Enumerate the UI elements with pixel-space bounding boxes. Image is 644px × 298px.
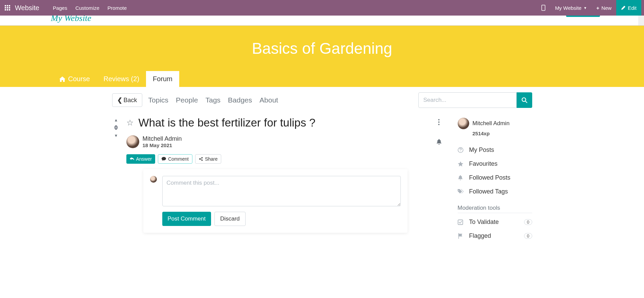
comment-input-wrap: Post Comment Discard xyxy=(162,176,401,226)
nav-about[interactable]: About xyxy=(259,96,278,104)
vote-up-icon[interactable]: ▲ xyxy=(114,118,118,122)
bell-icon xyxy=(458,175,464,181)
svg-point-19 xyxy=(438,124,440,125)
sidebar-item-label: To Validate xyxy=(469,219,499,226)
vote-down-icon[interactable]: ▼ xyxy=(114,133,118,138)
header-cta-stub xyxy=(566,16,600,17)
author-meta: Mitchell Admin 18 May 2021 xyxy=(143,135,182,148)
sidebar-item-label: My Posts xyxy=(469,146,494,154)
banner-title: Basics of Gardening xyxy=(0,39,644,58)
sidebar-favourites[interactable]: Favourites xyxy=(458,157,532,171)
top-right: My Website ▼ + New Edit xyxy=(537,0,641,16)
main-container: ❮ Back Topics People Tags Badges About ▲… xyxy=(105,87,539,248)
svg-point-18 xyxy=(438,121,440,123)
menu-promote[interactable]: Promote xyxy=(107,5,127,11)
sidebar-to-validate[interactable]: To Validate 0 xyxy=(458,215,532,229)
svg-line-11 xyxy=(525,101,527,103)
menu-pages[interactable]: Pages xyxy=(53,5,67,11)
tags-icon xyxy=(458,189,464,194)
svg-line-16 xyxy=(200,159,202,160)
share-button[interactable]: Share xyxy=(195,154,221,164)
post-comment-button[interactable]: Post Comment xyxy=(162,212,211,226)
sidebar-my-posts[interactable]: My Posts xyxy=(458,143,532,157)
edit-label: Edit xyxy=(628,5,637,11)
tab-forum[interactable]: Forum xyxy=(146,71,179,87)
vote-count: 0 xyxy=(115,124,118,131)
post-side-icons xyxy=(434,116,444,243)
course-banner: Basics of Gardening Course Reviews (2) F… xyxy=(0,26,644,87)
brand-title[interactable]: Website xyxy=(15,4,39,12)
svg-point-10 xyxy=(522,98,526,101)
post-actions: Answer Comment Share xyxy=(126,154,420,164)
search-input[interactable] xyxy=(418,92,517,108)
svg-point-17 xyxy=(438,119,440,120)
search-button[interactable] xyxy=(517,92,532,108)
svg-point-13 xyxy=(202,157,203,159)
user-avatar xyxy=(458,118,469,129)
comment-actions: Post Comment Discard xyxy=(162,212,401,226)
tab-reviews[interactable]: Reviews (2) xyxy=(97,71,146,87)
sidebar-item-label: Flagged xyxy=(469,232,491,239)
sidebar: Mitchell Admin 2514xp My Posts Favourite… xyxy=(458,116,532,243)
favorite-star-icon[interactable]: ☆ xyxy=(126,118,134,128)
home-icon xyxy=(59,76,65,82)
bell-icon[interactable] xyxy=(436,139,442,145)
back-button[interactable]: ❮ Back xyxy=(112,93,142,107)
post-body: ☆ What is the best fertilizer for tulips… xyxy=(126,116,420,243)
more-vertical-icon[interactable] xyxy=(438,119,440,125)
site-selector-label: My Website xyxy=(555,5,581,11)
author-avatar[interactable] xyxy=(126,135,139,148)
top-navbar: Website Pages Customize Promote My Websi… xyxy=(0,0,644,16)
author-name[interactable]: Mitchell Admin xyxy=(143,135,182,142)
tab-course[interactable]: Course xyxy=(53,71,97,87)
svg-point-21 xyxy=(460,151,461,152)
menu-customize[interactable]: Customize xyxy=(75,5,99,11)
author-row: Mitchell Admin 18 May 2021 xyxy=(126,135,420,148)
apps-icon[interactable] xyxy=(3,5,12,10)
sidebar-user-xp: 2514xp xyxy=(473,131,532,136)
answer-label: Answer xyxy=(136,156,152,162)
answer-button[interactable]: Answer xyxy=(126,154,155,164)
flagged-count: 0 xyxy=(524,233,532,239)
site-header-bar: My Website xyxy=(0,16,644,26)
nav-tags[interactable]: Tags xyxy=(205,96,220,104)
vote-column: ▲ 0 ▼ xyxy=(112,116,120,243)
svg-rect-2 xyxy=(9,5,10,6)
title-row: ☆ What is the best fertilizer for tulips… xyxy=(126,116,420,129)
discard-button[interactable]: Discard xyxy=(214,212,246,226)
post-column: ▲ 0 ▼ ☆ What is the best fertilizer for … xyxy=(112,116,420,243)
edit-button[interactable]: Edit xyxy=(616,0,641,16)
comment-box: Post Comment Discard xyxy=(143,169,408,233)
commenter-avatar xyxy=(150,176,157,183)
nav-people[interactable]: People xyxy=(176,96,198,104)
site-logo[interactable]: My Website xyxy=(51,16,91,23)
sidebar-followed-posts[interactable]: Followed Posts xyxy=(458,171,532,185)
new-button[interactable]: + New xyxy=(591,0,616,16)
star-icon xyxy=(458,161,464,167)
comment-label: Comment xyxy=(168,156,189,162)
sidebar-followed-tags[interactable]: Followed Tags xyxy=(458,185,532,199)
sidebar-flagged[interactable]: Flagged 0 xyxy=(458,229,532,243)
reply-icon xyxy=(130,157,134,161)
svg-line-15 xyxy=(200,158,202,159)
search-box xyxy=(418,92,532,108)
sidebar-item-label: Followed Posts xyxy=(469,174,511,181)
nav-badges[interactable]: Badges xyxy=(228,96,252,104)
banner-tabs: Course Reviews (2) Forum xyxy=(53,71,644,87)
site-selector[interactable]: My Website ▼ xyxy=(550,0,591,16)
svg-rect-4 xyxy=(7,7,8,8)
sidebar-user[interactable]: Mitchell Admin xyxy=(458,118,532,129)
sidebar-item-label: Followed Tags xyxy=(469,188,508,195)
svg-rect-1 xyxy=(7,5,8,6)
to-validate-count: 0 xyxy=(524,219,532,225)
main-row: ▲ 0 ▼ ☆ What is the best fertilizer for … xyxy=(112,116,532,243)
top-menu: Pages Customize Promote xyxy=(53,5,537,11)
svg-rect-22 xyxy=(458,220,463,225)
comment-button[interactable]: Comment xyxy=(158,154,192,164)
nav-topics[interactable]: Topics xyxy=(148,96,169,104)
share-icon xyxy=(199,157,203,161)
comment-textarea[interactable] xyxy=(162,176,401,206)
mobile-preview-icon[interactable] xyxy=(537,0,550,16)
svg-rect-5 xyxy=(9,7,10,8)
svg-rect-6 xyxy=(5,9,6,10)
